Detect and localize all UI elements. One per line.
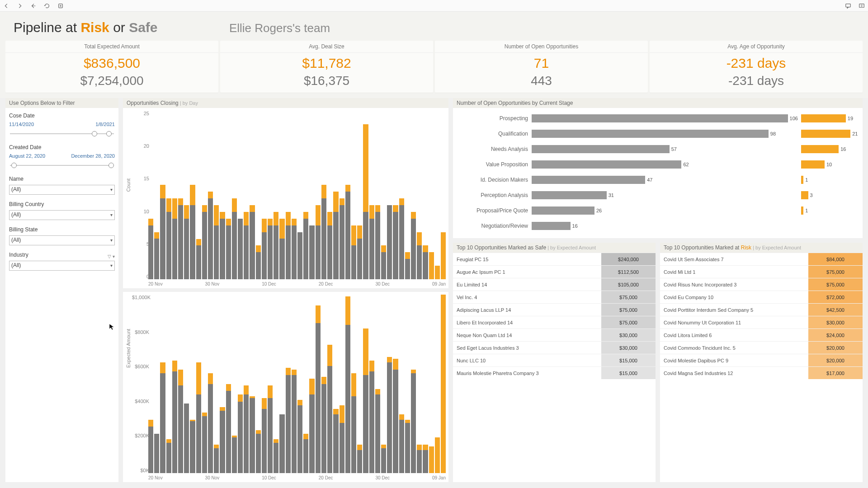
bar[interactable] — [303, 111, 308, 279]
filter-name-select[interactable]: (All)▾ — [9, 185, 115, 195]
table-row[interactable]: Libero Et Incorporated 14 $75,000 — [453, 316, 656, 328]
bar[interactable] — [429, 295, 434, 473]
kpi-card[interactable]: Total Expected Amount $836,500 $7,254,00… — [5, 41, 218, 93]
created-date-slider[interactable] — [9, 161, 115, 169]
bar[interactable] — [148, 295, 153, 473]
bar[interactable] — [435, 295, 440, 473]
bar[interactable] — [268, 295, 273, 473]
bar[interactable] — [351, 295, 356, 473]
bar[interactable] — [441, 295, 446, 473]
table-row[interactable]: Adipiscing Lacus LLP 14 $75,000 — [453, 303, 656, 316]
stage-row[interactable]: Id. Decision Makers 47 1 — [456, 172, 860, 188]
bar[interactable] — [357, 111, 362, 279]
bar[interactable] — [226, 295, 231, 473]
bar[interactable] — [244, 111, 249, 279]
bar[interactable] — [220, 295, 225, 473]
table-row[interactable]: Feugiat PC 15 $240,000 — [453, 253, 656, 265]
bar[interactable] — [196, 295, 201, 473]
table-row[interactable]: Vel Inc. 4 $75,000 — [453, 291, 656, 303]
stage-chart[interactable]: Number of Open Opportunities by Current … — [453, 98, 863, 238]
table-row[interactable]: Covid Commodo Tincidunt Inc. 5 $20,000 — [660, 341, 863, 354]
bar[interactable] — [309, 295, 314, 473]
bar[interactable] — [417, 111, 422, 279]
bar[interactable] — [333, 111, 338, 279]
bar[interactable] — [268, 111, 273, 279]
bar[interactable] — [387, 111, 392, 279]
bar[interactable] — [303, 295, 308, 473]
bar[interactable] — [369, 111, 374, 279]
bar[interactable] — [417, 295, 422, 473]
bar[interactable] — [190, 295, 195, 473]
bar[interactable] — [411, 295, 416, 473]
bar[interactable] — [381, 295, 386, 473]
table-row[interactable]: Covid Ut Sem Associates 7 $84,000 — [660, 253, 863, 265]
table-row[interactable]: Mauris Molestie Pharetra Company 3 $15,0… — [453, 366, 656, 379]
bar[interactable] — [340, 295, 344, 473]
bar[interactable] — [232, 111, 237, 279]
bar[interactable] — [399, 295, 404, 473]
bar[interactable] — [399, 111, 404, 279]
refresh-icon[interactable] — [43, 2, 51, 9]
funnel-icon[interactable]: ▽ ▾ — [108, 254, 115, 259]
bar[interactable] — [208, 295, 213, 473]
table-row[interactable]: Covid Litora Limited 6 $24,000 — [660, 328, 863, 341]
stage-row[interactable]: Perception Analysis 31 3 — [456, 188, 860, 203]
stage-row[interactable]: Negotiation/Review 16 — [456, 218, 860, 234]
bar[interactable] — [214, 111, 219, 279]
filter-country-select[interactable]: (All)▾ — [9, 210, 115, 220]
bar[interactable] — [178, 111, 183, 279]
bar[interactable] — [387, 295, 392, 473]
bar[interactable] — [232, 295, 237, 473]
bar[interactable] — [208, 111, 213, 279]
pause-icon[interactable] — [57, 2, 64, 9]
table-row[interactable]: Covid Mi Ltd 1 $75,000 — [660, 265, 863, 278]
stage-row[interactable]: Value Proposition 62 10 — [456, 157, 860, 172]
revert-icon[interactable] — [30, 2, 37, 9]
bar[interactable] — [429, 111, 434, 279]
bar[interactable] — [435, 111, 440, 279]
bar[interactable] — [423, 295, 428, 473]
table-row[interactable]: Covid Magna Sed Industries 12 $17,000 — [660, 366, 863, 379]
bar[interactable] — [375, 295, 380, 473]
table-row[interactable]: Neque Non Quam Ltd 14 $30,000 — [453, 328, 656, 341]
close-date-from[interactable]: 11/14/2020 — [9, 122, 34, 127]
bar[interactable] — [238, 295, 243, 473]
kpi-card[interactable]: Avg. Deal Size $11,782 $16,375 — [220, 41, 433, 93]
table-row[interactable]: Covid Risus Nunc Incorporated 3 $75,000 — [660, 278, 863, 291]
comment-icon[interactable] — [844, 2, 852, 9]
bar[interactable] — [250, 295, 255, 473]
presentation-icon[interactable] — [858, 2, 865, 9]
bar[interactable] — [262, 295, 267, 473]
bar[interactable] — [172, 111, 177, 279]
close-date-slider[interactable] — [9, 130, 115, 138]
bar[interactable] — [327, 111, 332, 279]
bar[interactable] — [214, 295, 219, 473]
close-date-to[interactable]: 1/8/2021 — [95, 122, 115, 127]
amount-chart[interactable]: Expected Amount $1,000K$800K$600K$400K$2… — [123, 292, 448, 482]
bar[interactable] — [274, 295, 278, 473]
bar[interactable] — [357, 295, 362, 473]
count-chart[interactable]: Opportunities Closing | by Day Count 252… — [123, 98, 448, 288]
kpi-card[interactable]: Avg. Age of Opportunity -231 days -231 d… — [650, 41, 863, 93]
bar[interactable] — [190, 111, 195, 279]
bar[interactable] — [423, 111, 428, 279]
bar[interactable] — [262, 111, 267, 279]
bar[interactable] — [292, 111, 297, 279]
created-date-from[interactable]: August 22, 2020 — [9, 153, 45, 159]
bar[interactable] — [220, 111, 225, 279]
bar[interactable] — [279, 111, 284, 279]
bar[interactable] — [226, 111, 231, 279]
bar[interactable] — [256, 295, 261, 473]
bar[interactable] — [345, 111, 350, 279]
bar[interactable] — [297, 295, 302, 473]
bar[interactable] — [196, 111, 201, 279]
bar[interactable] — [405, 111, 410, 279]
bar[interactable] — [393, 295, 398, 473]
bar[interactable] — [154, 295, 159, 473]
bar[interactable] — [375, 111, 380, 279]
table-row[interactable]: Augue Ac Ipsum PC 1 $112,500 — [453, 265, 656, 278]
bar[interactable] — [274, 111, 278, 279]
forward-icon[interactable] — [16, 2, 24, 9]
bar[interactable] — [351, 111, 356, 279]
bar[interactable] — [309, 111, 314, 279]
